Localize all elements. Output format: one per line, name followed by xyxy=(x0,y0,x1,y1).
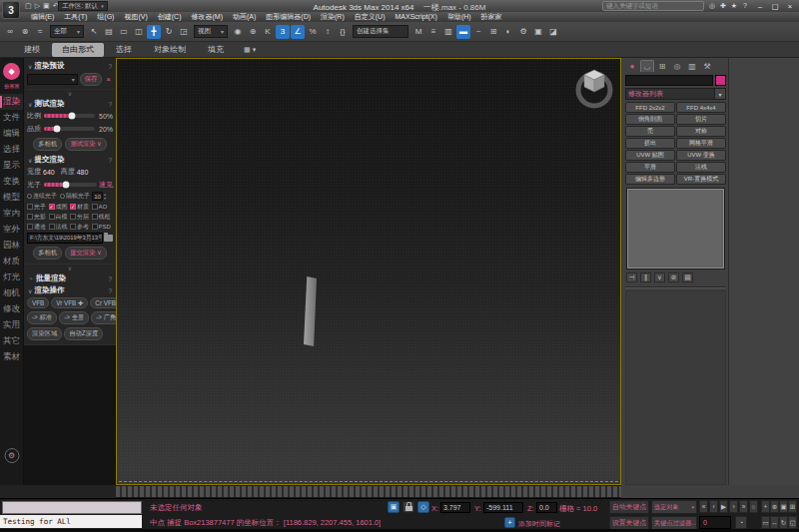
curve-editor-icon[interactable]: ~ xyxy=(471,25,485,39)
render-op-button[interactable]: -> 标准 xyxy=(27,311,57,324)
z-coordinate-field[interactable]: 0.0 xyxy=(536,502,557,513)
modifier-button[interactable]: 挤出 xyxy=(625,138,675,149)
key-sign-in-icon[interactable]: ✚ xyxy=(718,2,728,10)
ribbon-tab[interactable]: 选择 xyxy=(106,43,142,57)
viewcube[interactable] xyxy=(571,62,617,114)
menu-item[interactable]: 帮助(H) xyxy=(442,12,476,22)
tab-display[interactable]: ▥ xyxy=(685,60,699,72)
render-element-checkbox[interactable]: 参考 xyxy=(70,223,92,231)
tab-modify[interactable]: ◡ xyxy=(640,60,654,72)
rendered-frame-window-icon[interactable]: ▣ xyxy=(531,25,545,39)
render-element-checkbox[interactable]: 分层 xyxy=(70,213,92,221)
ribbon-tab[interactable]: 填充 xyxy=(198,43,234,57)
save-file-icon[interactable]: ▣ xyxy=(43,2,50,10)
modifier-button[interactable]: 网格平滑 xyxy=(676,138,726,149)
absolute-mode-transform-icon[interactable]: ◇ xyxy=(417,501,429,513)
perspective-viewport[interactable] xyxy=(116,58,621,485)
key-filter-selection-dropdown[interactable]: 选定对象 ▾ xyxy=(651,500,697,514)
section-submit-render[interactable]: ∨ 提交渲染 ? xyxy=(26,154,114,166)
open-file-icon[interactable]: ▷ xyxy=(35,2,40,10)
rectangular-selection-region-icon[interactable]: ▭ xyxy=(117,25,131,39)
reference-coordinate-dropdown[interactable]: 视图▾ xyxy=(194,25,228,38)
pin-stack-icon[interactable]: ⊣ xyxy=(626,272,637,282)
schematic-view-icon[interactable]: ⊞ xyxy=(486,25,500,39)
percent-snap-icon[interactable]: % xyxy=(306,25,320,39)
select-and-link-icon[interactable]: ∞ xyxy=(3,25,17,39)
help-icon[interactable]: ? xyxy=(108,275,112,282)
menu-item[interactable]: 渲染(R) xyxy=(316,12,350,22)
photon-interval-spinner[interactable]: 10 xyxy=(92,192,103,201)
zoom-region-icon[interactable]: ▭ xyxy=(761,516,770,529)
plugin-nav-item[interactable]: 素材 xyxy=(0,349,23,365)
ribbon-tab[interactable]: 建模 xyxy=(14,43,50,57)
render-element-checkbox[interactable]: 通道 xyxy=(27,223,49,231)
plugin-nav-item[interactable]: 显示 xyxy=(0,158,23,174)
key-filters-button[interactable]: 关键点过滤器... xyxy=(651,516,697,530)
plugin-nav-item[interactable]: 编辑 xyxy=(0,126,23,142)
plugin-nav-item[interactable]: 变换 xyxy=(0,174,23,190)
render-element-checkbox[interactable]: AO xyxy=(92,203,114,211)
modifier-button[interactable]: VR-置换模式 xyxy=(676,174,726,185)
bind-to-space-warp-icon[interactable]: ≈ xyxy=(33,25,47,39)
star-favorites-icon[interactable]: ★ xyxy=(729,2,739,10)
select-and-manipulate-icon[interactable]: ⊕ xyxy=(246,25,260,39)
menu-item[interactable]: 图形编辑器(D) xyxy=(261,12,316,22)
menu-item[interactable]: 扮家家 xyxy=(476,12,507,22)
selection-filter-dropdown[interactable]: 全部▾ xyxy=(50,25,84,38)
3ds-max-logo-icon[interactable]: 3 xyxy=(2,1,20,19)
help-icon[interactable]: ? xyxy=(108,287,112,294)
menu-item[interactable]: MAXScript(X) xyxy=(390,12,441,22)
menu-item[interactable]: 创建(C) xyxy=(153,12,187,22)
modifier-stack-list[interactable] xyxy=(626,188,725,269)
tab-hierarchy[interactable]: ⊞ xyxy=(655,60,669,72)
render-element-checkbox[interactable]: 光影 xyxy=(27,213,49,221)
zoom-icon[interactable]: + xyxy=(761,500,770,513)
new-scene-icon[interactable]: ▢ xyxy=(25,2,32,10)
time-configuration-icon[interactable]: ◔ xyxy=(735,516,747,529)
minimize-button[interactable]: – xyxy=(753,1,767,11)
make-unique-icon[interactable]: ∨ xyxy=(654,272,665,282)
maximize-button[interactable]: ▢ xyxy=(768,1,782,11)
plugin-nav-item[interactable]: 渲染 xyxy=(0,94,23,110)
section-render-ops[interactable]: ∨ 渲染操作 ? xyxy=(26,284,114,296)
auto-key-button[interactable]: 自动关键点 xyxy=(609,500,649,514)
modifier-button[interactable]: 切片 xyxy=(676,114,726,125)
angle-snap-icon[interactable]: ∠ xyxy=(291,25,305,39)
close-button[interactable]: × xyxy=(783,1,797,11)
ribbon-tab[interactable]: 自由形式 xyxy=(52,43,104,57)
ribbon-toggle-icon[interactable]: ▬ xyxy=(456,25,470,39)
scene-box-object[interactable] xyxy=(304,276,317,346)
viewcube-cube[interactable] xyxy=(584,70,604,92)
pan-view-icon[interactable]: ↔ xyxy=(770,516,779,529)
plugin-logo-icon[interactable]: ◆ xyxy=(3,63,20,80)
help-icon[interactable]: ? xyxy=(108,157,112,164)
section-render-presets[interactable]: ∨ 渲染预设 ? xyxy=(26,60,114,72)
plugin-nav-item[interactable]: 文件 xyxy=(0,110,23,126)
play-icon[interactable]: ▶ xyxy=(719,500,728,513)
go-to-end-icon[interactable]: » xyxy=(739,500,748,513)
render-setup-icon[interactable]: ⚙ xyxy=(516,25,530,39)
render-element-checkbox[interactable]: 白模 xyxy=(49,213,71,221)
add-time-tag-icon[interactable]: + xyxy=(504,517,515,528)
render-op-button[interactable]: VFB xyxy=(27,297,49,308)
multi-camera-button[interactable]: 多相机 xyxy=(33,247,62,260)
render-production-icon[interactable]: ◪ xyxy=(546,25,560,39)
menu-item[interactable]: 组(G) xyxy=(92,12,119,22)
edit-named-selection-sets-icon[interactable]: {} xyxy=(336,25,350,39)
configure-modifier-sets-icon[interactable]: ▤ xyxy=(682,272,693,282)
selection-lock-toggle-icon[interactable] xyxy=(402,501,414,513)
select-and-move-icon[interactable]: ╋ xyxy=(147,25,161,39)
unlink-selection-icon[interactable]: ⊗ xyxy=(18,25,32,39)
maxscript-mini-listener[interactable]: Testing for ALl xyxy=(0,515,142,528)
render-element-checkbox[interactable]: ✓成图 xyxy=(49,203,71,211)
x-coordinate-field[interactable]: 3.797 xyxy=(440,502,470,513)
named-selection-sets-field[interactable]: 创建选择集 xyxy=(353,25,408,38)
modifier-button[interactable]: 对称 xyxy=(676,126,726,137)
section-test-render[interactable]: ∨ 测试渲染 ? xyxy=(26,98,114,110)
zoom-extents-all-icon[interactable]: ⊞ xyxy=(788,500,797,513)
zoom-all-icon[interactable]: ⊕ xyxy=(770,500,779,513)
plugin-nav-item[interactable]: 室外 xyxy=(0,222,23,238)
plugin-settings-gear-icon[interactable]: ⚙ xyxy=(4,448,19,463)
time-slider-track[interactable] xyxy=(116,485,621,498)
modifier-button[interactable]: 壳 xyxy=(625,126,675,137)
